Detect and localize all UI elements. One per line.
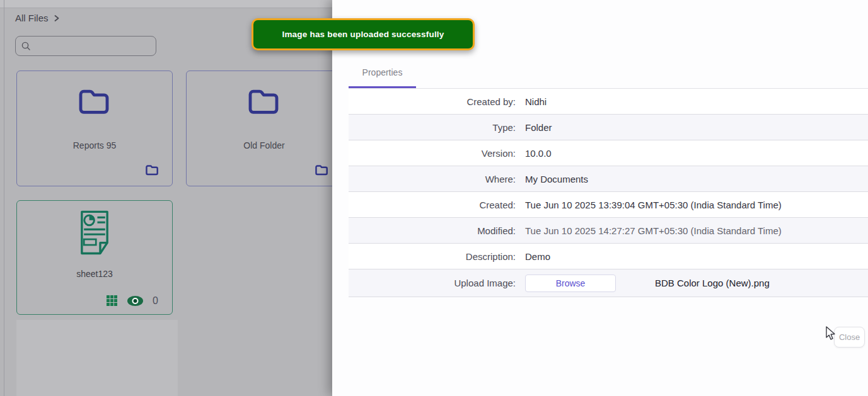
property-value: 10.0.0 (516, 148, 552, 159)
property-row-modified: Modified: Tue Jun 10 2025 14:27:27 GMT+0… (349, 218, 868, 244)
uploaded-filename: BDB Color Logo (New).png (655, 278, 770, 288)
property-row-version: Version: 10.0.0 (349, 140, 868, 166)
property-label: Created by: (349, 96, 516, 107)
property-row-created-by: Created by: Nidhi (349, 89, 868, 115)
panel-left-edge (4, 0, 4, 396)
background-light-patch (16, 320, 178, 396)
grid-icon[interactable] (106, 295, 118, 307)
folder-card-reports-95[interactable]: Reports 95 (16, 71, 173, 186)
properties-dialog: Properties Created by: Nidhi Type: Folde… (332, 0, 868, 396)
card-label: Old Folder (187, 140, 342, 150)
eye-views-icon[interactable] (127, 295, 144, 307)
close-button[interactable]: Close (834, 327, 865, 348)
property-value: Tue Jun 10 2025 14:27:27 GMT+05:30 (Indi… (516, 225, 782, 236)
tab-properties[interactable]: Properties (349, 63, 416, 86)
folder-icon (77, 86, 112, 115)
property-row-created: Created: Tue Jun 10 2025 13:39:04 GMT+05… (349, 192, 868, 218)
chevron-right-icon (54, 15, 60, 21)
search-icon (21, 41, 32, 52)
property-label: Created: (349, 200, 516, 210)
folder-card-old-folder[interactable]: Old Folder (186, 71, 342, 186)
breadcrumb[interactable]: All Files (15, 13, 60, 23)
search-box[interactable] (15, 36, 156, 56)
property-label: Description: (349, 251, 516, 262)
property-label: Type: (349, 122, 516, 133)
folder-mini-icon (315, 164, 329, 176)
toast-message: Image has been uploaded successfully (282, 30, 444, 39)
sheet-actions: 0 (106, 295, 158, 307)
folder-mini-icon (145, 164, 159, 176)
property-label: Modified: (349, 225, 516, 236)
tab-bar: Properties (349, 63, 868, 89)
property-value: Demo (516, 251, 550, 262)
property-value: Folder (516, 122, 552, 133)
sheet-card-sheet123[interactable]: sheet123 0 (16, 200, 173, 315)
properties-table: Created by: Nidhi Type: Folder Version: … (349, 89, 868, 297)
property-label: Upload Image: (349, 278, 516, 288)
card-label: sheet123 (17, 269, 172, 279)
property-label: Where: (349, 174, 516, 184)
top-strip (0, 0, 332, 8)
breadcrumb-all-files[interactable]: All Files (15, 13, 49, 23)
upload-controls: Browse BDB Color Logo (New).png (516, 274, 770, 292)
property-value: My Documents (516, 174, 588, 184)
property-value: Tue Jun 10 2025 13:39:04 GMT+05:30 (Indi… (516, 200, 782, 210)
file-browser-panel: All Files Reports 95 Old Folder (0, 0, 332, 396)
search-input[interactable] (32, 41, 151, 52)
property-value: Nidhi (516, 96, 547, 107)
sheet-document-icon (77, 209, 112, 257)
property-label: Version: (349, 148, 516, 159)
browse-button[interactable]: Browse (525, 274, 616, 292)
folder-icon (246, 86, 282, 115)
property-row-description: Description: Demo (349, 244, 868, 269)
property-row-type: Type: Folder (349, 115, 868, 140)
card-label: Reports 95 (17, 140, 172, 150)
property-row-where: Where: My Documents (349, 166, 868, 192)
views-count: 0 (153, 295, 158, 307)
property-row-upload-image: Upload Image: Browse BDB Color Logo (New… (349, 269, 868, 297)
success-toast: Image has been uploaded successfully (252, 18, 475, 50)
